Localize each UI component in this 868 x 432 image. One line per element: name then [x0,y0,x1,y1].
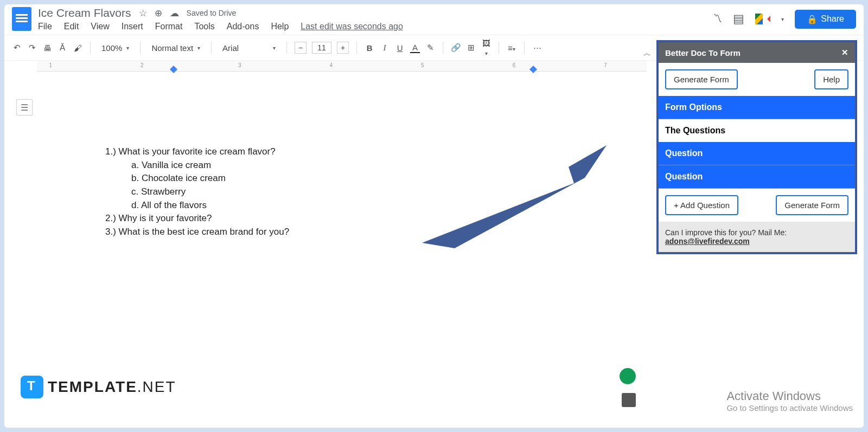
menu-format[interactable]: Format [155,22,183,31]
print-icon[interactable]: 🖶 [42,43,52,53]
option-1c: c. Strawberry [131,185,571,199]
more-icon[interactable]: ⋯ [532,43,542,53]
indent-marker-icon[interactable] [170,66,177,73]
menu-edit[interactable]: Edit [64,22,79,31]
underline-icon[interactable]: U [395,43,405,53]
feedback-button[interactable] [622,393,636,407]
paint-format-icon[interactable]: 🖌 [73,43,82,53]
menu-help[interactable]: Help [271,22,289,31]
sidepanel-footer: Can I improve this for you? Mail Me: ado… [659,222,855,252]
docs-logo-icon[interactable] [12,7,31,31]
option-1d: d. All of the flavors [131,199,571,212]
menu-insert[interactable]: Insert [122,22,143,31]
meet-icon[interactable] [755,14,770,24]
redo-icon[interactable]: ↷ [27,43,37,53]
question-1: 1.) What is your favorite ice cream flav… [105,145,571,159]
header-right: 〽 ▤ ▾ 🔒Share [713,10,856,29]
comment-icon[interactable]: ⊞ [466,43,476,53]
move-icon[interactable]: ⊕ [155,8,162,19]
last-edit-link[interactable]: Last edit was seconds ago [301,22,403,31]
link-icon[interactable]: 🔗 [451,43,461,53]
title-area: Ice Cream Flavors ☆ ⊕ ☁ Saved to Drive F… [38,7,403,31]
template-net-logo: TEMPLATE.NET [21,376,176,398]
question-3: 3.) What is the best ice cream brand for… [105,225,571,239]
outline-button[interactable]: ☰ [16,99,33,115]
activity-icon[interactable]: 〽 [713,14,722,24]
right-margin-marker-icon[interactable] [529,66,537,73]
question-2: 2.) Why is it your favorite? [105,212,571,225]
addon-sidepanel: Better Doc To Form ✕ Generate Form Help … [656,40,857,254]
font-inc-button[interactable]: + [337,42,349,54]
bold-icon[interactable]: B [365,43,374,53]
question-section-2[interactable]: Question [659,165,855,189]
italic-icon[interactable]: I [380,43,390,53]
app-frame: Ice Cream Flavors ☆ ⊕ ☁ Saved to Drive F… [4,4,864,428]
share-button[interactable]: 🔒Share [795,10,856,29]
add-question-button[interactable]: + Add Question [665,195,738,215]
undo-icon[interactable]: ↶ [12,43,22,53]
doc-title[interactable]: Ice Cream Flavors [38,7,131,20]
spellcheck-icon[interactable]: Ᾱ [58,43,67,53]
cloud-icon: ☁ [170,8,179,19]
questions-label: The Questions [659,119,855,142]
windows-watermark: Activate Windows Go to Settings to activ… [726,389,853,412]
collapse-toolbar-icon[interactable]: ︿ [642,49,652,59]
form-options-section[interactable]: Form Options [659,96,855,119]
style-dropdown[interactable]: Normal text▾ [148,42,203,54]
ruler[interactable]: 1234567 [37,61,647,72]
sidepanel-title: Better Doc To Form [665,48,741,57]
font-dec-button[interactable]: − [295,42,307,54]
generate-form-button[interactable]: Generate Form [665,69,738,89]
menu-tools[interactable]: Tools [194,22,214,31]
contact-email[interactable]: adons@livefiredev.com [665,237,750,246]
template-icon [21,376,43,398]
text-color-icon[interactable]: A [410,43,420,53]
question-section-1[interactable]: Question [659,142,855,165]
meet-caret-icon[interactable]: ▾ [781,16,784,22]
document-page[interactable]: 1.) What is your favorite ice cream flav… [35,80,641,395]
explore-button[interactable] [620,368,636,384]
menu-view[interactable]: View [91,22,109,31]
font-dropdown[interactable]: Arial▾ [219,42,279,54]
sidepanel-header: Better Doc To Form ✕ [659,42,855,63]
close-icon[interactable]: ✕ [841,48,848,57]
help-button[interactable]: Help [814,69,848,89]
menu-file[interactable]: File [38,22,52,31]
menu-addons[interactable]: Add-ons [227,22,259,31]
menubar: File Edit View Insert Format Tools Add-o… [38,22,403,31]
zoom-dropdown[interactable]: 100%▾ [98,42,132,54]
align-icon[interactable]: ≡▾ [507,43,516,53]
font-size-input[interactable]: 11 [312,42,331,54]
header: Ice Cream Flavors ☆ ⊕ ☁ Saved to Drive F… [4,4,864,31]
image-icon[interactable]: 🖼▾ [481,38,491,57]
option-1a: a. Vanilla ice cream [131,159,571,172]
comments-icon[interactable]: ▤ [733,12,744,26]
star-icon[interactable]: ☆ [139,8,147,19]
lock-icon: 🔒 [807,14,818,24]
generate-form-button-2[interactable]: Generate Form [776,195,848,215]
highlight-icon[interactable]: ✎ [425,43,435,53]
option-1b: b. Chocolate ice cream [131,172,571,185]
saved-status: Saved to Drive [187,9,237,17]
